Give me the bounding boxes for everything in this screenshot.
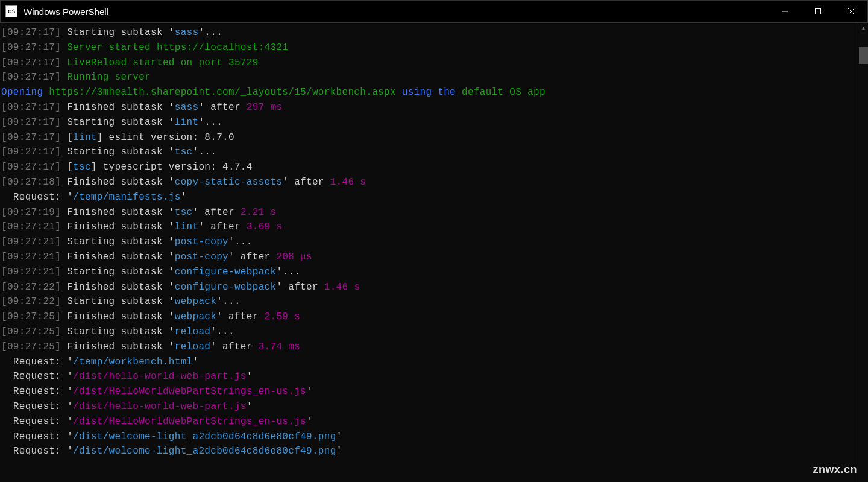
terminal-line: [09:27:17] Starting subtask 'lint'... (1, 115, 867, 130)
terminal-text: [09:27:17] (1, 57, 61, 68)
terminal-text: Finished subtask ' (61, 102, 175, 113)
terminal-text: [ (61, 132, 73, 143)
terminal-text: reload (175, 341, 211, 352)
terminal-text: 1.46 s (330, 177, 366, 188)
terminal-text: post-copy (175, 236, 228, 247)
terminal-text: /temp/workbench.html (73, 357, 192, 367)
terminal-text: lint (175, 117, 199, 128)
terminal-text: Starting subtask ' (61, 296, 175, 307)
terminal-text: webpack (175, 311, 216, 322)
terminal-line: Request: '/dist/welcome-light_a2dcb0d64c… (1, 430, 867, 445)
terminal-line: [09:27:21] Starting subtask 'post-copy'.… (1, 235, 867, 250)
terminal-text: [09:27:17] (1, 162, 61, 173)
terminal-text: Finished subtask ' (61, 311, 175, 322)
terminal-text: Starting subtask ' (61, 267, 175, 277)
terminal-line: [09:27:17] LiveReload started on port 35… (1, 55, 867, 71)
terminal-text: [09:27:25] (1, 341, 61, 352)
terminal-line: [09:27:17] Finished subtask 'sass' after… (1, 100, 867, 115)
terminal-text: Finished subtask ' (61, 221, 175, 232)
terminal-text: [09:27:21] (1, 236, 61, 247)
terminal-text: Finished subtask ' (61, 341, 175, 352)
terminal-text: [09:27:21] (1, 252, 61, 262)
terminal-line: [09:27:21] Starting subtask 'configure-w… (1, 265, 867, 280)
terminal-line: [09:27:17] Running server (1, 70, 867, 85)
terminal-text: tsc (175, 147, 193, 157)
scrollbar[interactable]: ▲ (858, 23, 868, 482)
terminal-text: [09:27:18] (1, 177, 61, 188)
terminal-text: ' after (276, 282, 324, 293)
terminal-text: ' (336, 431, 342, 442)
terminal-text: ] typescript version: 4.7.4 (91, 162, 253, 173)
terminal-text: '... (193, 147, 217, 157)
terminal-text: [09:27:21] (1, 221, 61, 232)
terminal-text: '... (198, 117, 222, 128)
terminal-text: lint (73, 132, 97, 143)
terminal-line: [09:27:21] Finished subtask 'lint' after… (1, 220, 867, 235)
terminal-text: Starting subtask ' (61, 117, 175, 128)
terminal-line: [09:27:22] Starting subtask 'webpack'... (1, 294, 867, 309)
svg-rect-1 (815, 9, 820, 14)
terminal-text: ' (336, 446, 342, 457)
terminal-text: configure-webpack (175, 282, 277, 293)
terminal-text: ' after (210, 341, 258, 352)
terminal-line: Request: '/dist/HelloWorldWebPartStrings… (1, 384, 867, 399)
window-controls (768, 1, 867, 22)
terminal-text: [ (61, 162, 73, 173)
terminal-line: [09:27:17] Starting subtask 'tsc'... (1, 145, 867, 160)
terminal-line: [09:27:21] Finished subtask 'post-copy' … (1, 250, 867, 265)
terminal-line: [09:27:18] Finished subtask 'copy-static… (1, 175, 867, 190)
terminal-text: webpack (175, 296, 216, 307)
terminal-line: [09:27:17] [lint] eslint version: 8.7.0 (1, 130, 867, 145)
terminal-text: /dist/HelloWorldWebPartStrings_en-us.js (73, 416, 306, 427)
terminal-text: '... (228, 236, 253, 247)
terminal-text: [09:27:25] (1, 326, 61, 337)
terminal-text: Starting subtask ' (61, 27, 175, 38)
terminal-text: 297 ms (247, 102, 283, 113)
terminal-text: [09:27:17] (1, 42, 61, 53)
watermark: znwx.cn (813, 463, 857, 476)
terminal-line: [09:27:17] Starting subtask 'sass'... (1, 25, 867, 40)
terminal-line: [09:27:19] Finished subtask 'tsc' after … (1, 205, 867, 220)
terminal-line: Request: '/dist/HelloWorldWebPartStrings… (1, 414, 867, 430)
terminal-text: 1.46 s (324, 282, 360, 293)
terminal-text: tsc (175, 207, 193, 218)
terminal-text: ' (247, 371, 253, 382)
terminal-text: 2.59 s (265, 311, 301, 322)
terminal-text: default OS app (462, 87, 546, 98)
titlebar[interactable]: C:\ Windows PowerShell (0, 0, 868, 23)
terminal-line: Request: '/temp/workbench.html' (1, 355, 867, 370)
terminal-text: reload (175, 326, 211, 337)
terminal-text: [09:27:22] (1, 282, 61, 293)
terminal-text: Starting subtask ' (61, 147, 175, 157)
terminal-text: Starting subtask ' (61, 236, 175, 247)
minimize-button[interactable] (768, 1, 801, 22)
terminal-text: ' after (228, 252, 276, 262)
close-button[interactable] (834, 1, 867, 22)
terminal-text: [09:27:19] (1, 207, 61, 218)
terminal-text: 3.74 ms (259, 341, 300, 352)
terminal-text: Request: ' (1, 357, 73, 367)
terminal-text: ' after (198, 221, 246, 232)
terminal-line: [09:27:17] [tsc] typescript version: 4.7… (1, 160, 867, 175)
terminal-text: [09:27:17] (1, 132, 61, 143)
terminal-line: [09:27:17] Server started https://localh… (1, 40, 867, 55)
terminal-text: [09:27:25] (1, 311, 61, 322)
terminal-text: '... (216, 296, 241, 307)
scroll-up-arrow-icon[interactable]: ▲ (858, 23, 868, 33)
terminal-text: 3.69 s (247, 221, 283, 232)
terminal-text: [09:27:21] (1, 267, 61, 277)
terminal-text: sass (175, 27, 199, 38)
terminal-text: Finished subtask ' (61, 177, 175, 188)
terminal-text: Server started https://localhost:4321 (61, 42, 288, 53)
terminal-text: 2.21 s (241, 207, 277, 218)
terminal-text: Request: ' (1, 386, 73, 397)
terminal-text: 208 μs (276, 252, 312, 262)
terminal-area[interactable]: [09:27:17] Starting subtask 'sass'...[09… (0, 23, 868, 482)
scroll-thumb[interactable] (859, 47, 868, 64)
maximize-button[interactable] (801, 1, 834, 22)
terminal-text: Request: ' (1, 371, 73, 382)
terminal-text: /dist/hello-world-web-part.js (73, 401, 247, 412)
terminal-text: ' after (193, 207, 241, 218)
window-title: Windows PowerShell (24, 7, 768, 17)
terminal-text: /dist/welcome-light_a2dcb0d64c8d6e80cf49… (73, 446, 336, 457)
